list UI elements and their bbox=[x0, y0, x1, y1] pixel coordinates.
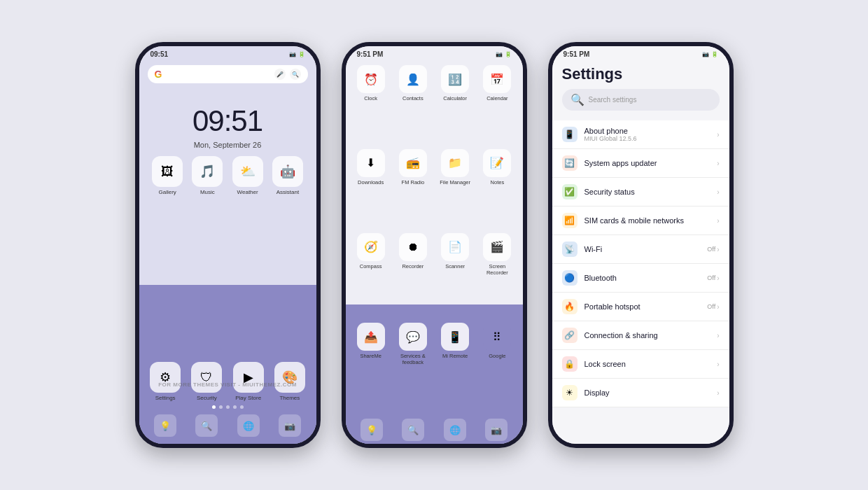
drawer-downloads[interactable]: ⬇Downloads bbox=[353, 149, 389, 227]
display-text: Display bbox=[584, 388, 710, 397]
battery-icon-2: 🔋 bbox=[505, 51, 512, 57]
watermark: FOR MORE THEMES VISIT - MIUITHEMEZ.COM bbox=[158, 382, 297, 388]
chevron-icon: › bbox=[717, 131, 719, 139]
chevron-icon-7: › bbox=[717, 303, 719, 311]
drawer-shareme[interactable]: 📤ShareMe bbox=[353, 323, 389, 407]
display-icon: ☀ bbox=[562, 385, 578, 400]
drawer-screenrecorder[interactable]: 🎬Screen Recorder bbox=[479, 233, 515, 318]
drawer-filemanager[interactable]: 📁File Manager bbox=[437, 149, 473, 227]
recorder-icon: ⏺ bbox=[399, 233, 427, 261]
settings-item-connection[interactable]: 🔗 Connection & sharing › bbox=[552, 321, 729, 350]
settings-item-wifi[interactable]: 📡 Wi-Fi Off › bbox=[552, 235, 729, 264]
settings-item-bluetooth[interactable]: 🔵 Bluetooth Off › bbox=[552, 264, 729, 293]
compass-label: Compass bbox=[360, 263, 382, 270]
app-gallery[interactable]: 🖼 Gallery bbox=[148, 156, 187, 195]
assistant-icon: 🤖 bbox=[272, 156, 303, 187]
chevron-icon-9: › bbox=[717, 360, 719, 368]
miremote-icon: 📱 bbox=[441, 323, 469, 351]
google-search-bar[interactable]: G 🎤 🔍 bbox=[148, 65, 308, 83]
drawer-nav-camera[interactable]: 📷 bbox=[485, 419, 507, 441]
updater-text: System apps updater bbox=[584, 159, 710, 167]
search-icon: 🔍 bbox=[570, 93, 584, 106]
nav-camera[interactable]: 📷 bbox=[279, 414, 301, 437]
drawer-miremote[interactable]: 📱Mi Remote bbox=[437, 323, 473, 407]
settings-item-about[interactable]: 📱 About phone MIUI Global 12.5.6 › bbox=[552, 120, 729, 149]
app-drawer-grid: ⏰Clock 👤Contacts 🔢Calculator 📅Calendar ⬇… bbox=[346, 59, 523, 413]
chevron-icon-5: › bbox=[717, 246, 719, 253]
drawer-services[interactable]: 💬Services & feedback bbox=[395, 323, 431, 407]
settings-item-security[interactable]: ✅ Security status › bbox=[552, 178, 729, 206]
settings-item-hotspot[interactable]: 🔥 Portable hotspot Off › bbox=[552, 293, 729, 321]
calculator-icon: 🔢 bbox=[441, 65, 469, 93]
settings-search-bar[interactable]: 🔍 Search settings bbox=[562, 89, 720, 111]
settings-title: Settings bbox=[562, 65, 720, 83]
app-weather[interactable]: ⛅ Weather bbox=[228, 156, 267, 195]
drawer-clock[interactable]: ⏰Clock bbox=[353, 65, 389, 144]
status-bar-1: 09:51 📷 🔋 bbox=[139, 46, 316, 59]
hotspot-text: Portable hotspot bbox=[584, 302, 701, 311]
bluetooth-icon: 🔵 bbox=[562, 270, 578, 286]
security-status-text: Security status bbox=[584, 188, 710, 196]
sim-right: › bbox=[717, 217, 719, 225]
compass-icon: 🧭 bbox=[357, 233, 385, 261]
calendar-label: Calendar bbox=[486, 95, 507, 102]
drawer-nav-browser[interactable]: 🌐 bbox=[444, 419, 466, 441]
clock-time: 09:51 bbox=[148, 104, 308, 138]
microphone-icon[interactable]: 🎤 bbox=[274, 69, 286, 80]
nav-search[interactable]: 🔍 bbox=[195, 414, 218, 437]
drawer-fm[interactable]: 📻FM Radio bbox=[395, 149, 431, 227]
bluetooth-value: Off bbox=[707, 274, 715, 281]
drawer-scanner[interactable]: 📄Scanner bbox=[437, 233, 473, 318]
drawer-google[interactable]: ⠿Google bbox=[479, 323, 515, 407]
app-assistant[interactable]: 🤖 Assistant bbox=[268, 156, 307, 195]
settings-item-lockscreen[interactable]: 🔒 Lock screen › bbox=[552, 350, 729, 379]
weather-icon: ⛅ bbox=[232, 156, 263, 187]
drawer-notes[interactable]: 📝Notes bbox=[479, 149, 515, 227]
dot-3 bbox=[226, 405, 230, 409]
drawer-calendar[interactable]: 📅Calendar bbox=[479, 65, 515, 144]
security-status-icon: ✅ bbox=[562, 184, 578, 200]
lens-icon[interactable]: 🔍 bbox=[290, 69, 301, 80]
lockscreen-icon: 🔒 bbox=[562, 356, 578, 372]
drawer-compass[interactable]: 🧭Compass bbox=[353, 233, 389, 318]
about-phone-right: › bbox=[717, 131, 719, 139]
nav-bulb[interactable]: 💡 bbox=[154, 414, 176, 437]
drawer-nav-search[interactable]: 🔍 bbox=[402, 419, 424, 441]
downloads-label: Downloads bbox=[358, 179, 384, 186]
drawer-contacts[interactable]: 👤Contacts bbox=[395, 65, 431, 144]
battery-icon-3: 🔋 bbox=[711, 51, 718, 57]
drawer-calculator[interactable]: 🔢Calculator bbox=[437, 65, 473, 144]
drawer-recorder[interactable]: ⏺Recorder bbox=[395, 233, 431, 318]
app-music[interactable]: 🎵 Music bbox=[188, 156, 227, 195]
google-icon: ⠿ bbox=[483, 323, 511, 351]
chevron-icon-8: › bbox=[717, 332, 719, 340]
downloads-icon: ⬇ bbox=[357, 149, 385, 177]
lockscreen-text: Lock screen bbox=[584, 360, 710, 368]
wifi-right: Off › bbox=[707, 246, 719, 253]
wifi-label: Wi-Fi bbox=[584, 245, 701, 253]
scanner-label: Scanner bbox=[445, 263, 465, 270]
settings-item-sim[interactable]: 📶 SIM cards & mobile networks › bbox=[552, 206, 729, 235]
services-icon: 💬 bbox=[399, 323, 427, 351]
clock-date: Mon, September 26 bbox=[148, 141, 308, 149]
dot-1 bbox=[212, 405, 216, 409]
updater-label: System apps updater bbox=[584, 159, 710, 167]
settings-item-updater[interactable]: 🔄 System apps updater › bbox=[552, 149, 729, 178]
hotspot-label: Portable hotspot bbox=[584, 302, 701, 311]
filemanager-label: File Manager bbox=[440, 179, 470, 186]
status-bar-3: 9:51 PM 📷 🔋 bbox=[552, 46, 729, 59]
screenrecorder-label: Screen Recorder bbox=[479, 263, 515, 276]
settings-item-display[interactable]: ☀ Display › bbox=[552, 379, 729, 407]
phone-3: 9:51 PM 📷 🔋 Settings 🔍 Search settings 📱… bbox=[548, 42, 734, 448]
shareme-label: ShareMe bbox=[360, 353, 381, 359]
status-time-2: 9:51 PM bbox=[357, 50, 384, 58]
updater-right: › bbox=[717, 160, 719, 167]
nav-browser[interactable]: 🌐 bbox=[237, 414, 260, 437]
themes-label: Themes bbox=[279, 395, 300, 401]
settings-icon: ⚙ bbox=[150, 362, 181, 393]
drawer-nav-bulb[interactable]: 💡 bbox=[360, 419, 383, 441]
phone-2: 9:51 PM 📷 🔋 ⏰Clock 👤Contacts 🔢Calculator… bbox=[342, 42, 527, 448]
phone-1: 09:51 📷 🔋 G 🎤 🔍 09:51 Mon, September 26 bbox=[135, 42, 321, 448]
security-status-right: › bbox=[717, 188, 719, 196]
contacts-icon: 👤 bbox=[399, 65, 427, 93]
